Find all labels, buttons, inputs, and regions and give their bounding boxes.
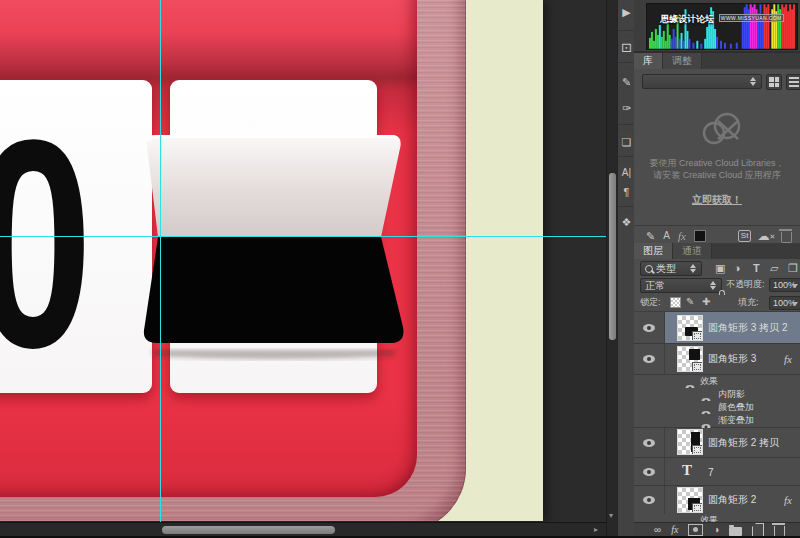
- layer-name[interactable]: 圆角矩形 3 拷贝 2: [708, 321, 787, 335]
- add-fill-color-swatch[interactable]: [694, 230, 706, 242]
- fx-badge[interactable]: fx: [784, 494, 792, 506]
- scroll-right-arrow-icon[interactable]: ▸: [594, 526, 598, 534]
- layer-name[interactable]: 圆角矩形 3: [708, 352, 756, 366]
- effects-group-row[interactable]: 效果: [634, 514, 800, 522]
- eye-icon: [643, 468, 655, 476]
- layer-thumbnail[interactable]: [678, 316, 702, 340]
- actions-panel-icon[interactable]: ▶: [618, 6, 635, 19]
- effects-group-row[interactable]: 效果: [634, 375, 800, 388]
- layer-thumbnail[interactable]: [678, 430, 702, 454]
- histogram-panel: 思缘设计论坛 WWW.MISSYUAN.COM: [634, 0, 800, 51]
- clone-source-panel-icon[interactable]: ✑: [618, 102, 635, 115]
- brush-presets-panel-icon[interactable]: ✎: [618, 76, 635, 89]
- filter-adjustment-layers-icon[interactable]: ◑: [734, 261, 741, 275]
- paragraph-panel-icon[interactable]: ¶: [618, 186, 635, 199]
- opacity-field[interactable]: 100%: [769, 278, 800, 292]
- layer-visibility-toggle[interactable]: [634, 428, 665, 457]
- blend-mode-row: 正常 不透明度: 100%: [634, 276, 800, 293]
- layer-thumbnail[interactable]: [678, 347, 702, 371]
- lock-position-icon[interactable]: ✚: [702, 295, 710, 309]
- flap-top: [147, 135, 401, 237]
- photoshop-window: 0 ▸: [0, 0, 800, 538]
- grid-view-button[interactable]: [766, 74, 782, 90]
- filter-smart-objects-icon[interactable]: ❐: [788, 261, 798, 275]
- delete-layer-icon[interactable]: [774, 526, 785, 537]
- flap-bottom: [144, 237, 404, 343]
- add-adjustment-layer-icon[interactable]: ◑: [713, 524, 719, 535]
- styles-panel-icon[interactable]: ❏: [618, 136, 635, 149]
- fill-field[interactable]: 100%: [769, 296, 800, 310]
- link-layers-icon[interactable]: ∞: [654, 524, 661, 535]
- layer-visibility-toggle[interactable]: [634, 486, 665, 514]
- guide-vertical[interactable]: [160, 0, 161, 522]
- layer-row[interactable]: 圆角矩形 3 fx: [634, 344, 800, 375]
- layer-visibility-toggle[interactable]: [634, 344, 665, 374]
- tab-libraries[interactable]: 库: [634, 53, 663, 69]
- layer-visibility-toggle[interactable]: [634, 458, 665, 485]
- library-sort-select[interactable]: [642, 74, 762, 89]
- libraries-tab-bar: 库 调整: [634, 53, 800, 69]
- cc-sync-icon[interactable]: ☁✕: [757, 229, 775, 244]
- layer-row[interactable]: 圆角矩形 3 拷贝 2: [634, 312, 800, 344]
- add-brush-icon[interactable]: ✎: [646, 229, 655, 243]
- dock-grip-dots: ·····: [618, 127, 635, 132]
- horizontal-scrollbar-thumb[interactable]: [162, 526, 335, 534]
- blend-mode-select[interactable]: 正常: [640, 278, 722, 293]
- get-now-link[interactable]: 立即获取！: [634, 193, 800, 207]
- effect-row[interactable]: 内阴影: [634, 388, 800, 401]
- creative-cloud-offline-icon: [696, 109, 748, 149]
- threed-panel-icon[interactable]: ❖: [618, 216, 635, 229]
- library-delete-icon[interactable]: [781, 232, 792, 243]
- right-panel-column: 思缘设计论坛 WWW.MISSYUAN.COM 库 调整 要使用 Creativ…: [634, 0, 800, 536]
- lock-transparency-icon[interactable]: [670, 297, 681, 308]
- layer-name[interactable]: 圆角矩形 2 拷贝: [708, 436, 779, 450]
- list-view-button[interactable]: [786, 74, 800, 90]
- vector-mask-badge: [692, 503, 702, 512]
- eye-icon: [643, 355, 655, 363]
- add-layer-style-icon[interactable]: fx: [671, 524, 678, 535]
- eye-icon: [643, 439, 655, 447]
- lock-image-icon[interactable]: ✎: [686, 295, 694, 309]
- effect-row[interactable]: 渐变叠加: [634, 414, 800, 428]
- tab-layers[interactable]: 图层: [634, 243, 673, 259]
- layer-thumbnail[interactable]: [678, 488, 702, 512]
- layer-filter-select[interactable]: 类型: [640, 261, 702, 276]
- layer-row[interactable]: 圆角矩形 2 fx: [634, 486, 800, 515]
- layer-row[interactable]: T 7: [634, 458, 800, 486]
- layer-name[interactable]: 7: [708, 466, 714, 477]
- filter-pixel-layers-icon[interactable]: ▣: [715, 261, 725, 275]
- text-layer-thumbnail[interactable]: T: [682, 462, 692, 479]
- layer-comps-panel-icon[interactable]: ⊡: [618, 41, 635, 54]
- tab-channels[interactable]: 通道: [673, 243, 712, 259]
- layer-filter-row: 类型 ▣ ◑ T ▱ ❐: [634, 259, 800, 277]
- stock-button[interactable]: St: [738, 230, 752, 242]
- horizontal-scrollbar[interactable]: ▸: [0, 522, 606, 537]
- filter-type-layers-icon[interactable]: T: [753, 261, 760, 275]
- new-layer-icon[interactable]: [752, 523, 764, 537]
- document-canvas[interactable]: 0: [0, 0, 543, 521]
- scroll-down-arrow-icon[interactable]: ▾: [609, 512, 613, 520]
- watermark-url: WWW.MISSYUAN.COM: [719, 14, 784, 22]
- add-layer-style-icon[interactable]: fx: [678, 230, 686, 242]
- filter-type-label: 类型: [656, 262, 676, 275]
- effect-row[interactable]: 颜色叠加: [634, 401, 800, 414]
- watermark: 思缘设计论坛 WWW.MISSYUAN.COM: [647, 8, 797, 26]
- add-character-style-icon[interactable]: A: [663, 229, 670, 243]
- canvas-viewport[interactable]: 0 ▸: [0, 0, 606, 538]
- character-panel-icon[interactable]: A|: [618, 166, 635, 179]
- tab-adjustments[interactable]: 调整: [663, 53, 702, 69]
- add-layer-mask-icon[interactable]: [688, 524, 703, 536]
- layer-name[interactable]: 圆角矩形 2: [708, 493, 756, 507]
- eye-icon: [643, 324, 655, 332]
- watermark-text: 思缘设计论坛: [660, 14, 714, 24]
- new-group-icon[interactable]: [729, 527, 742, 536]
- layer-visibility-toggle[interactable]: [634, 312, 665, 343]
- cc-message-line2: 请安装 Creative Cloud 应用程序: [634, 169, 800, 182]
- list-view-icon: [789, 76, 799, 88]
- updown-arrows-icon: [690, 264, 697, 273]
- fx-badge[interactable]: fx: [784, 353, 792, 365]
- layer-row[interactable]: 圆角矩形 2 拷贝: [634, 428, 800, 458]
- guide-horizontal[interactable]: [0, 236, 606, 237]
- filter-shape-layers-icon[interactable]: ▱: [770, 261, 778, 275]
- vertical-scrollbar-thumb[interactable]: [609, 173, 616, 340]
